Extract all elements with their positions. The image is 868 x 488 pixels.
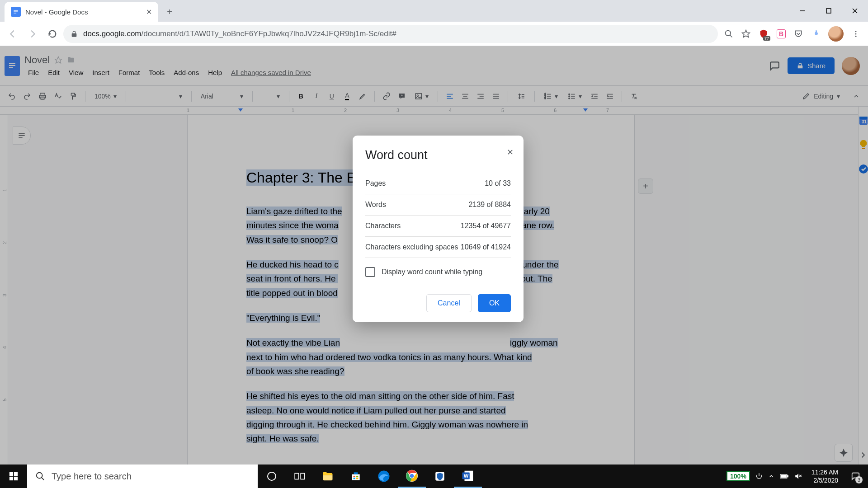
svg-rect-76 xyxy=(354,476,355,477)
browser-tab[interactable]: Novel - Google Docs ✕ xyxy=(5,2,158,22)
extension-badge: 77 xyxy=(763,36,770,41)
svg-rect-74 xyxy=(295,474,299,479)
window-controls xyxy=(789,0,868,22)
window-maximize-button[interactable] xyxy=(816,0,842,22)
svg-rect-69 xyxy=(9,477,13,480)
stat-words: Words2139 of 8884 xyxy=(365,194,511,216)
svg-rect-0 xyxy=(14,10,18,11)
stat-characters: Characters12354 of 49677 xyxy=(365,216,511,237)
browser-menu-icon[interactable] xyxy=(852,30,860,38)
svg-point-73 xyxy=(268,472,276,480)
action-center-button[interactable]: 3 xyxy=(847,468,863,484)
tab-close-icon[interactable]: ✕ xyxy=(146,8,152,16)
svg-rect-4 xyxy=(826,9,831,13)
tab-title: Novel - Google Docs xyxy=(25,8,142,16)
extension-b-icon[interactable]: B xyxy=(777,29,786,38)
toolbar-actions: 77 B xyxy=(720,26,864,42)
task-view-button[interactable] xyxy=(286,465,314,488)
svg-text:W: W xyxy=(464,473,469,478)
svg-rect-68 xyxy=(14,472,18,476)
word-count-dialog: Word count ✕ Pages10 of 33 Words2139 of … xyxy=(353,136,524,322)
svg-line-72 xyxy=(42,478,44,480)
svg-rect-78 xyxy=(354,478,355,479)
lock-icon xyxy=(71,30,78,38)
back-button[interactable] xyxy=(4,25,22,43)
checkbox-label: Display word count while typing xyxy=(382,268,482,276)
search-icon xyxy=(35,471,45,481)
display-while-typing-checkbox[interactable] xyxy=(365,267,375,277)
svg-point-10 xyxy=(855,31,857,32)
pocket-icon[interactable] xyxy=(794,29,803,38)
stat-characters-no-spaces: Characters excluding spaces10649 of 4192… xyxy=(365,237,511,258)
svg-rect-70 xyxy=(14,477,18,480)
new-tab-button[interactable]: + xyxy=(161,3,178,20)
word-button[interactable]: W xyxy=(454,465,482,488)
address-bar[interactable]: docs.google.com/document/d/1TAW0Ty_koBnc… xyxy=(63,25,718,43)
cortana-button[interactable] xyxy=(258,465,286,488)
svg-rect-2 xyxy=(14,13,16,13)
svg-rect-75 xyxy=(301,474,305,479)
url-text: docs.google.com/document/d/1TAW0Ty_koBnc… xyxy=(83,29,396,38)
bookmark-star-icon[interactable] xyxy=(741,29,750,38)
forward-button[interactable] xyxy=(24,25,42,43)
taskbar-search[interactable]: Type here to search xyxy=(27,465,258,488)
svg-rect-1 xyxy=(14,11,18,12)
battery-icon[interactable] xyxy=(780,473,789,479)
microsoft-store-button[interactable] xyxy=(342,465,370,488)
cancel-button[interactable]: Cancel xyxy=(426,294,472,312)
dialog-close-button[interactable]: ✕ xyxy=(507,147,514,157)
svg-rect-67 xyxy=(9,472,13,476)
browser-profile-avatar[interactable] xyxy=(828,26,844,42)
tray-chevron-icon[interactable] xyxy=(768,473,774,479)
svg-point-7 xyxy=(726,30,731,36)
docs-favicon xyxy=(11,7,21,17)
extension-flame-icon[interactable] xyxy=(811,29,820,38)
svg-point-11 xyxy=(855,33,857,34)
svg-rect-77 xyxy=(356,476,358,477)
window-minimize-button[interactable] xyxy=(789,0,816,22)
chrome-button[interactable] xyxy=(398,465,426,488)
dialog-title: Word count xyxy=(365,148,511,162)
svg-line-8 xyxy=(730,35,732,37)
svg-point-71 xyxy=(37,473,42,479)
ok-button[interactable]: OK xyxy=(478,294,511,312)
window-close-button[interactable] xyxy=(842,0,868,22)
notification-count: 3 xyxy=(855,476,863,483)
power-icon[interactable] xyxy=(755,473,763,480)
browser-tabstrip: Novel - Google Docs ✕ + xyxy=(0,0,868,22)
svg-rect-91 xyxy=(781,475,786,478)
zoom-icon[interactable] xyxy=(724,29,733,38)
extension-shield-icon[interactable]: 77 xyxy=(759,29,769,39)
svg-rect-79 xyxy=(356,478,358,479)
edge-button[interactable] xyxy=(370,465,398,488)
security-app-button[interactable] xyxy=(426,465,454,488)
start-button[interactable] xyxy=(0,465,27,488)
volume-mute-icon[interactable] xyxy=(794,472,802,480)
svg-point-12 xyxy=(855,35,857,37)
taskbar-clock[interactable]: 11:26 AM 2/5/2020 xyxy=(808,468,842,484)
browser-toolbar: docs.google.com/document/d/1TAW0Ty_koBnc… xyxy=(0,22,868,46)
reload-button[interactable] xyxy=(43,25,61,43)
stat-pages: Pages10 of 33 xyxy=(365,173,511,194)
battery-indicator[interactable]: 100% xyxy=(726,471,750,481)
svg-marker-9 xyxy=(742,30,750,37)
search-placeholder: Type here to search xyxy=(52,471,132,482)
windows-taskbar: Type here to search W 100% 11:26 AM 2/5/… xyxy=(0,465,868,488)
svg-rect-90 xyxy=(788,475,788,477)
file-explorer-button[interactable] xyxy=(314,465,342,488)
